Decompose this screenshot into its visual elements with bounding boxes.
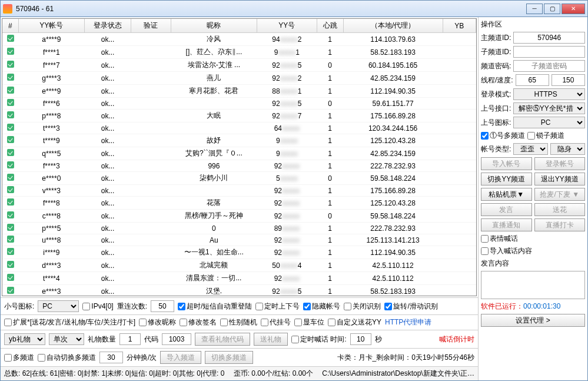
table-row[interactable]: e****0ok...柒鹤小川5xxxxx059.58.148.224 <box>2 172 476 185</box>
table-row[interactable]: e****9ok...寒月花影、花君88xxxxx11112.194.90.35 <box>2 85 476 98</box>
close-detect-checkbox[interactable]: 关闭识别 <box>344 302 381 312</box>
import-channel-button[interactable]: 导入频道 <box>160 351 201 364</box>
table-row[interactable]: f****7ok...埃雷达尔-艾淮 ...92xxxxx5060.184.19… <box>2 59 476 72</box>
cell: 艾购?``洄旯『０... <box>171 147 257 160</box>
exit-ch-button[interactable]: 退出YY频道 <box>534 173 586 185</box>
col-header[interactable]: 昵称 <box>171 19 257 33</box>
cell <box>2 134 18 147</box>
table-row[interactable]: u****8ok...Au92xxxxx1125.113.141.213 <box>2 234 476 246</box>
import-acct-button[interactable]: 导入帐号 <box>481 157 532 170</box>
table-row[interactable]: e****3ok...汉堡.92xxxxx5158.52.183.193 <box>2 285 476 297</box>
status-mid: 歪币: 0.00个/红钻: 0.00个 <box>234 369 313 379</box>
sub-ch-input[interactable] <box>513 46 585 58</box>
main-ch-input[interactable] <box>513 32 585 44</box>
api-select[interactable]: 解密⑤YY全民*措 <box>513 102 585 114</box>
table-row[interactable]: t****3ok...64xxxxx1120.34.244.156 <box>2 122 476 134</box>
acct-type2-select[interactable]: 隐身 <box>550 143 585 155</box>
set-proxy-button[interactable]: 设置代理 > <box>481 314 585 327</box>
shield-icon <box>7 211 14 218</box>
col-header[interactable]: 验证 <box>131 19 171 33</box>
gift-qty-input[interactable] <box>119 333 141 345</box>
import-say-checkbox[interactable]: 导入喊话内容 <box>481 246 585 256</box>
cell <box>443 223 476 234</box>
proxy-hang-checkbox[interactable]: 代挂号 <box>261 317 291 327</box>
cell <box>2 197 18 210</box>
multi-ch-checkbox[interactable]: ①号多频道 <box>481 131 525 141</box>
login-acct-button[interactable]: 登录帐号 <box>534 157 586 170</box>
table-row[interactable]: v****3ok...92xxxxx1175.166.89.28 <box>2 185 476 197</box>
table-row[interactable]: c****8ok...黑榜/鞭刀手～死神92xxxxx059.58.148.22… <box>2 210 476 223</box>
multi-channel-checkbox[interactable]: 多频道 <box>4 353 34 363</box>
cell: 9xxxxx <box>257 147 317 160</box>
table-row[interactable]: f****6ok...92xxxxx5059.61.151.77 <box>2 98 476 110</box>
table-row[interactable]: t****4ok...清晨东渡：一切...92xxxxx142.5.110.11… <box>2 272 476 285</box>
table-row[interactable]: g****3ok...燕儿92xxxxx2142.85.234.159 <box>2 72 476 85</box>
table-row[interactable]: p****8ok...大眠92xxxxx71175.166.89.28 <box>2 110 476 122</box>
timed-checkbox[interactable]: 定时上下号 <box>255 302 300 312</box>
switch-multi-button[interactable]: 切换多频道 <box>205 351 253 364</box>
close-button[interactable]: ✕ <box>562 4 585 14</box>
flower-button[interactable]: 送花 <box>534 203 586 216</box>
col-header[interactable]: YB <box>443 19 476 33</box>
paste-ticket-button[interactable]: 粘贴机票▼ <box>481 188 532 201</box>
show-car-checkbox[interactable]: 显车位 <box>294 317 324 327</box>
col-header[interactable]: YY帐号 <box>18 19 85 33</box>
table-row[interactable]: q****5ok...艾购?``洄旯『０...9xxxxx142.85.234.… <box>2 147 476 160</box>
speed-input[interactable] <box>552 74 585 86</box>
rotate-detect-checkbox[interactable]: 旋转/滑动识别 <box>384 302 437 312</box>
ipv4-checkbox[interactable]: IPv4[0] <box>82 302 113 310</box>
switch-ch-button[interactable]: 切换YY频道 <box>481 173 532 185</box>
hide-account-checkbox[interactable]: 隐藏帐号 <box>303 302 340 312</box>
table-row[interactable]: i****9ok...〜一视1、如生命...92xxxxx1112.194.90… <box>2 246 476 259</box>
col-header[interactable]: YY号 <box>257 19 317 33</box>
acct-type1-select[interactable]: 歪歪 <box>513 143 548 155</box>
gift-select[interactable]: yb礼物 <box>4 333 45 345</box>
table-row[interactable]: d****3ok...北城完额50xxxxx4142.5.110.112 <box>2 259 476 272</box>
up-icon-select[interactable]: PC <box>513 117 585 128</box>
toolbar-2: 扩展*[送花/发言/送礼物/车位/关注/打卡] 修改昵称 修改签名 性别随机 代… <box>1 314 478 330</box>
view-code-button[interactable]: 查看礼物代码 <box>195 333 250 346</box>
http-proxy-link[interactable]: HTTP代理申请 <box>385 317 431 327</box>
switch-interval-input[interactable] <box>99 352 123 363</box>
thread-input[interactable] <box>516 74 549 86</box>
login-mode-select[interactable]: HTTPS <box>513 88 585 100</box>
minimize-button[interactable]: ─ <box>526 4 543 14</box>
face-say-checkbox[interactable]: 表情喊话 <box>481 234 585 244</box>
table-row[interactable]: t****9ok...故妤9xxxxx1125.120.43.28 <box>2 134 476 147</box>
table-row[interactable]: a****9ok...冷风94xxxxx21114.103.79.63 <box>2 33 476 46</box>
table-row[interactable]: f****1ok...[]、荭亼、尕东‖...9xxxxx1158.52.183… <box>2 46 476 59</box>
col-header[interactable]: # <box>2 19 18 33</box>
send-gift-button[interactable]: 送礼物 <box>254 333 288 346</box>
say-content-textarea[interactable] <box>481 271 585 299</box>
col-header[interactable]: 登录状态 <box>85 19 131 33</box>
timed-say-input[interactable] <box>350 333 371 345</box>
mod-sign-checkbox[interactable]: 修改签名 <box>180 317 217 327</box>
mod-nick-checkbox[interactable]: 修改昵称 <box>139 317 176 327</box>
col-header[interactable]: （本地/代理） <box>343 19 443 33</box>
retry-input[interactable] <box>151 300 174 312</box>
rand-sex-checkbox[interactable]: 性别随机 <box>220 317 257 327</box>
live-notify-button[interactable]: 直播通知 <box>481 218 532 231</box>
icon-select[interactable]: PC <box>38 300 79 312</box>
live-check-button[interactable]: 直播打卡 <box>534 218 586 231</box>
cell: ok... <box>85 223 131 234</box>
auto-relogin-checkbox[interactable]: 超时/短信自动重登陆 <box>178 302 252 312</box>
maximize-button[interactable]: ▢ <box>544 4 560 14</box>
table-row[interactable]: f****8ok...花落92xxxxx1125.120.43.28 <box>2 197 476 210</box>
gift-qty-label: 礼物数量 <box>88 334 116 344</box>
say-button[interactable]: 发言 <box>481 203 532 216</box>
ch-pwd-input[interactable] <box>513 60 585 72</box>
code-input[interactable] <box>162 333 191 345</box>
custom-flower-checkbox[interactable]: 自定义送花YY <box>328 317 381 327</box>
timed-say-checkbox[interactable]: 定时喊话 时间: <box>291 334 347 344</box>
col-header[interactable]: 心跳 <box>317 19 343 33</box>
grab-mic-button[interactable]: 抢麦/下麦 ▼ <box>534 188 586 201</box>
table-row[interactable]: f****3ok...99692xxxxx1222.78.232.93 <box>2 160 476 172</box>
extend-checkbox[interactable]: 扩展*[送花/发言/送礼物/车位/关注/打卡] <box>4 317 135 327</box>
account-table-wrap[interactable]: #YY帐号登录状态验证昵称YY号心跳（本地/代理）YB a****9ok...冷… <box>2 18 477 296</box>
freq-select[interactable]: 单次 <box>49 333 84 345</box>
table-row[interactable]: p****5ok...089xxxxx1222.78.232.93 <box>2 223 476 234</box>
auto-switch-checkbox[interactable]: 自动切换多频道 <box>38 353 96 363</box>
shield-icon <box>7 248 14 255</box>
lock-sub-checkbox[interactable]: 锁子频道 <box>527 131 564 141</box>
